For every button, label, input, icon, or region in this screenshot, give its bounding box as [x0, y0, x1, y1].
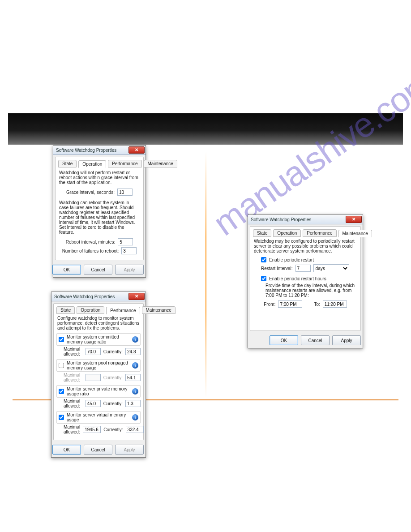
tab-bar: State Operation Performance Maintenance [56, 306, 141, 314]
max-input-2[interactable] [86, 400, 101, 407]
cur-label: Currently: [103, 349, 123, 354]
perf-row-1: Monitor system pool nonpaged memory usag… [56, 359, 141, 382]
apply-button: Apply [115, 265, 144, 275]
max-label: Maximal allowed: [64, 373, 83, 382]
apply-button: Apply [115, 445, 144, 455]
dialog-operation: Software Watchdog Properties ✕ State Ope… [53, 145, 146, 278]
tab-state[interactable]: State [56, 306, 75, 314]
button-bar: OK Cancel Apply [53, 262, 146, 277]
dialog-body: State Operation Performance Maintenance … [53, 303, 144, 440]
operation-para2: Watchdog can reboot the system in case f… [59, 200, 140, 235]
cur-value-0 [125, 348, 141, 355]
grace-input[interactable] [117, 189, 133, 196]
from-input[interactable] [278, 300, 302, 308]
perf-check-3[interactable] [59, 415, 64, 420]
ok-button[interactable]: OK [52, 265, 81, 275]
reboot-interval-input[interactable] [118, 238, 133, 245]
titlebar: Software Watchdog Properties ✕ [51, 292, 146, 301]
restart-interval-label: Restart Interval: [261, 266, 293, 271]
perf-label-2: Monitor server private memory usage rati… [67, 386, 129, 396]
cur-label: Currently: [103, 401, 123, 406]
enable-restart-label: Enable periodic restart [269, 257, 314, 262]
tab-maintenance[interactable]: Maintenance [144, 160, 177, 167]
num-failures-label: Number of failures to reboot: [62, 249, 119, 253]
tab-state[interactable]: State [253, 229, 271, 237]
info-icon[interactable]: i [132, 388, 138, 395]
perf-label-0: Monitor system committed memory usage ra… [67, 335, 129, 344]
window-title: Software Watchdog Properties [251, 217, 346, 222]
max-input-3[interactable] [83, 426, 101, 433]
column-divider [206, 151, 206, 398]
to-label: To: [314, 302, 320, 307]
button-bar: OK Cancel Apply [51, 442, 146, 457]
cur-label: Currently: [103, 375, 123, 380]
to-input[interactable] [323, 300, 347, 308]
hours-intro: Provide time of the day interval, during… [265, 283, 357, 298]
perf-row-3: Monitor server virtual memory usage i Ma… [56, 411, 141, 434]
from-label: From: [264, 302, 275, 307]
max-input-0[interactable] [86, 348, 101, 355]
perf-check-0[interactable] [59, 337, 64, 342]
maint-intro: Watchdog may be configured to periodical… [254, 239, 357, 253]
window-title: Software Watchdog Properties [56, 148, 128, 153]
cancel-button[interactable]: Cancel [301, 335, 330, 345]
ok-button[interactable]: OK [52, 445, 81, 455]
perf-intro: Configure watchdog to monitor system per… [57, 316, 140, 330]
perf-row-0: Monitor system committed memory usage ra… [56, 333, 141, 356]
close-button[interactable]: ✕ [128, 146, 145, 154]
tab-performance[interactable]: Performance [108, 160, 141, 167]
num-failures-input[interactable] [121, 247, 137, 254]
cur-label: Currently: [103, 427, 123, 432]
restart-interval-input[interactable] [295, 265, 311, 272]
cur-value-2 [125, 400, 141, 407]
apply-button[interactable]: Apply [332, 335, 361, 345]
tab-performance[interactable]: Performance [106, 307, 140, 314]
tab-bar: State Operation Performance Maintenance [58, 160, 141, 167]
tab-operation[interactable]: Operation [273, 229, 301, 237]
tab-operation[interactable]: Operation [77, 306, 104, 314]
enable-restart-check[interactable] [261, 257, 266, 262]
cancel-button[interactable]: Cancel [84, 445, 112, 455]
info-icon[interactable]: i [132, 362, 138, 369]
perf-row-2: Monitor server private memory usage rati… [56, 385, 141, 408]
tab-maintenance[interactable]: Maintenance [142, 306, 176, 314]
dialog-body: State Operation Performance Maintenance … [55, 157, 144, 260]
perf-check-1[interactable] [59, 363, 64, 368]
dialog-maintenance: Software Watchdog Properties ✕ State Ope… [248, 215, 363, 348]
tab-state[interactable]: State [58, 160, 77, 167]
max-label: Maximal allowed: [64, 425, 80, 434]
info-icon[interactable]: i [132, 414, 138, 420]
perf-label-3: Monitor server virtual memory usage [67, 412, 129, 422]
cur-value-3 [126, 426, 144, 433]
ok-button[interactable]: OK [270, 335, 298, 345]
close-button[interactable]: ✕ [128, 293, 145, 300]
header-banner [8, 113, 403, 145]
enable-hours-label: Enable periodic restart hours [269, 276, 326, 281]
max-label: Maximal allowed: [64, 347, 83, 356]
tab-performance[interactable]: Performance [303, 229, 336, 237]
dialog-body: State Operation Performance Maintenance … [250, 226, 361, 331]
tab-operation[interactable]: Operation [78, 160, 106, 168]
max-label: Maximal allowed: [64, 399, 83, 408]
titlebar: Software Watchdog Properties ✕ [53, 146, 146, 155]
tab-bar: State Operation Performance Maintenance [253, 229, 358, 237]
close-button[interactable]: ✕ [346, 216, 362, 223]
perf-check-2[interactable] [59, 389, 64, 394]
perf-label-1: Monitor system pool nonpaged memory usag… [67, 360, 129, 370]
reboot-interval-label: Reboot interval, minutes: [66, 240, 116, 245]
button-bar: OK Cancel Apply [248, 333, 363, 348]
window-title: Software Watchdog Properties [54, 294, 128, 299]
enable-hours-check[interactable] [261, 276, 266, 281]
restart-interval-unit[interactable]: days [313, 264, 349, 272]
grace-label: Grace interval, seconds: [66, 190, 115, 195]
max-input-1 [86, 374, 101, 381]
info-icon[interactable]: i [132, 336, 138, 343]
page: { "watermark": "manualshive.com", "dialo… [0, 0, 411, 532]
tab-maintenance[interactable]: Maintenance [338, 230, 372, 237]
dialog-performance: Software Watchdog Properties ✕ State Ope… [51, 292, 146, 458]
operation-para1: Watchdog will not perform restart or reb… [59, 170, 140, 185]
cur-value-1 [125, 374, 141, 381]
titlebar: Software Watchdog Properties ✕ [248, 215, 363, 224]
cancel-button[interactable]: Cancel [84, 265, 112, 275]
